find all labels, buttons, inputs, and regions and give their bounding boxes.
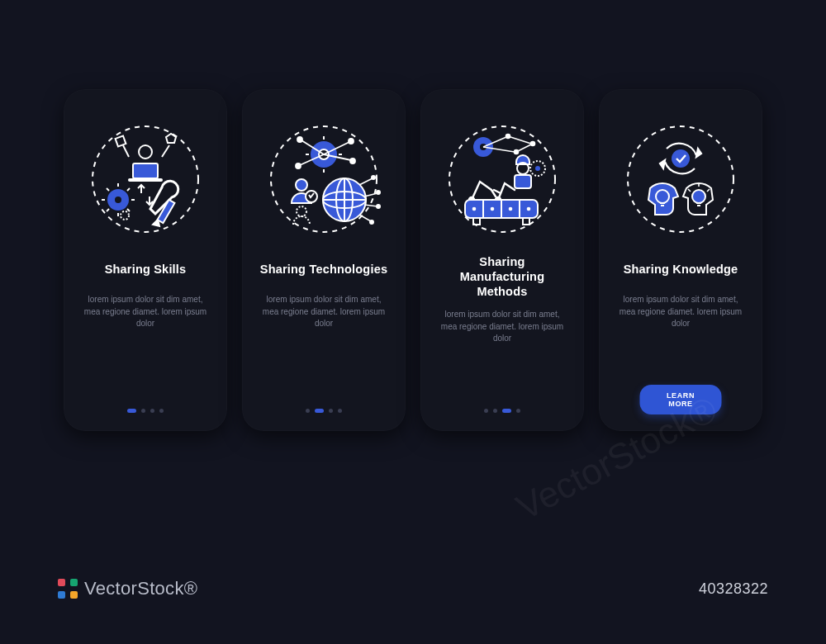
manufacturing-icon <box>440 117 564 241</box>
svg-line-43 <box>359 178 373 185</box>
svg-line-47 <box>364 205 377 206</box>
svg-line-13 <box>107 188 109 191</box>
svg-rect-76 <box>523 218 529 225</box>
svg-point-30 <box>349 139 354 144</box>
dot[interactable] <box>329 409 333 413</box>
knowledge-icon <box>619 117 743 241</box>
brand-watermark: VectorStock® <box>58 578 197 599</box>
svg-point-17 <box>121 211 129 220</box>
card-title: Sharing Technologies <box>260 254 387 284</box>
svg-point-64 <box>535 166 540 171</box>
svg-line-88 <box>688 189 691 192</box>
svg-rect-2 <box>133 163 158 178</box>
dot[interactable] <box>502 409 511 413</box>
svg-point-77 <box>628 126 733 232</box>
svg-point-50 <box>370 220 373 224</box>
skills-icon <box>83 117 207 241</box>
svg-point-36 <box>297 206 306 216</box>
svg-line-16 <box>127 188 130 191</box>
svg-line-58 <box>508 136 531 144</box>
svg-marker-79 <box>660 160 665 168</box>
svg-line-60 <box>516 144 533 152</box>
svg-point-80 <box>672 149 690 168</box>
svg-point-32 <box>350 159 355 163</box>
svg-marker-19 <box>153 220 159 226</box>
svg-point-72 <box>491 207 495 211</box>
watermark-id: 40328322 <box>699 580 768 598</box>
dot[interactable] <box>516 409 520 413</box>
page-dots <box>306 409 342 413</box>
dot[interactable] <box>484 409 488 413</box>
card-desc: lorem ipsum dolor sit dim amet, mea regi… <box>257 294 391 330</box>
svg-rect-62 <box>515 175 531 188</box>
technologies-icon <box>262 117 386 241</box>
svg-point-1 <box>139 145 152 159</box>
svg-point-8 <box>115 197 121 203</box>
dot[interactable] <box>493 409 497 413</box>
card-manufacturing: Sharing Manufacturing Methods lorem ipsu… <box>420 89 584 431</box>
card-title: Sharing Manufacturing Methods <box>435 254 569 299</box>
brand-logo-icon <box>58 579 78 599</box>
svg-line-5 <box>162 145 169 157</box>
svg-line-4 <box>123 145 129 157</box>
brand-text: VectorStock® <box>84 578 197 599</box>
card-title: Sharing Knowledge <box>624 254 738 284</box>
svg-line-89 <box>707 189 710 192</box>
svg-line-45 <box>364 193 377 197</box>
dot[interactable] <box>141 409 145 413</box>
dot[interactable] <box>150 409 154 413</box>
dot[interactable] <box>159 409 164 413</box>
svg-line-49 <box>359 215 371 221</box>
svg-point-44 <box>372 176 375 179</box>
dot[interactable] <box>127 409 136 413</box>
card-desc: lorem ipsum dolor sit dim amet, mea regi… <box>78 294 212 330</box>
svg-point-34 <box>296 163 301 168</box>
svg-point-71 <box>472 207 477 211</box>
svg-point-46 <box>377 191 380 194</box>
svg-point-28 <box>297 137 302 142</box>
svg-point-74 <box>527 207 531 211</box>
svg-point-73 <box>509 207 513 211</box>
svg-rect-18 <box>158 200 175 223</box>
svg-line-14 <box>127 209 130 211</box>
dot[interactable] <box>315 409 324 413</box>
card-skills: Sharing Skills lorem ipsum dolor sit dim… <box>64 89 227 431</box>
card-desc: lorem ipsum dolor sit dim amet, mea regi… <box>614 294 748 330</box>
dot[interactable] <box>306 409 310 413</box>
card-knowledge: Sharing Knowledge lorem ipsum dolor sit … <box>599 89 762 431</box>
svg-rect-3 <box>128 178 163 182</box>
svg-rect-6 <box>116 136 126 147</box>
page-dots <box>127 409 164 413</box>
dot[interactable] <box>338 409 342 413</box>
svg-point-84 <box>692 190 705 203</box>
svg-line-15 <box>107 209 109 211</box>
onboarding-cards: Sharing Skills lorem ipsum dolor sit dim… <box>64 89 762 431</box>
svg-marker-78 <box>696 149 701 157</box>
page-dots <box>484 409 520 413</box>
svg-point-35 <box>296 179 307 191</box>
learn-more-button[interactable]: LEARN MORE <box>640 385 722 414</box>
card-title: Sharing Skills <box>105 254 187 284</box>
card-desc: lorem ipsum dolor sit dim amet, mea regi… <box>435 309 569 345</box>
card-technologies: Sharing Technologies lorem ipsum dolor s… <box>242 89 406 431</box>
svg-point-48 <box>377 205 380 208</box>
